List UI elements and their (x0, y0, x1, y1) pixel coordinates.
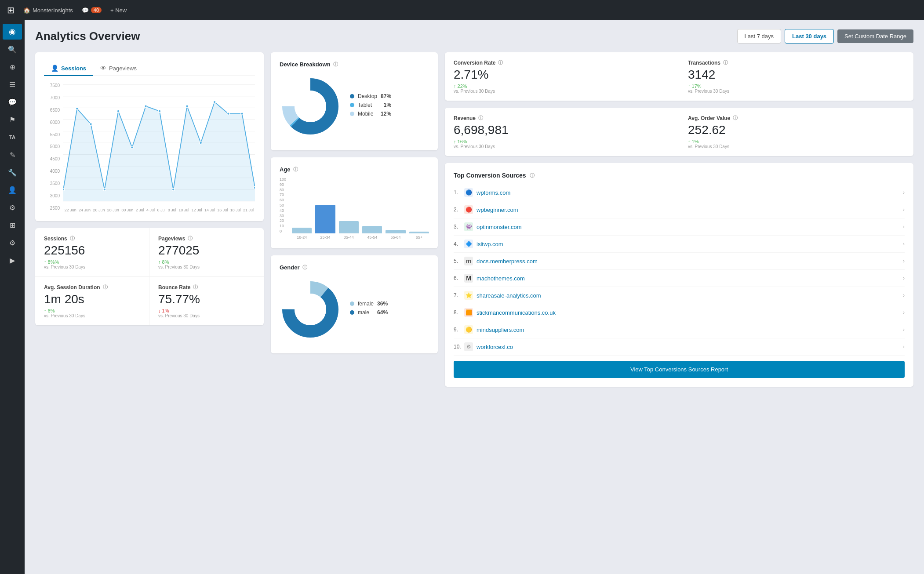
sidebar-item-add[interactable]: ⊕ (3, 59, 22, 75)
svg-point-18 (145, 105, 147, 108)
sidebar-item-ta[interactable]: TA (3, 129, 22, 145)
desktop-dot (350, 94, 354, 98)
source-item-1[interactable]: 1. 🔵 wpforms.com › (454, 184, 905, 201)
revenue-box: Revenue ⓘ 6,698,981 ↑ 16% vs. Previous 3… (445, 108, 679, 156)
source-item-10[interactable]: 10. ⚙ workforcexl.co › (454, 338, 905, 356)
sidebar-item-edit[interactable]: ✎ (3, 147, 22, 163)
avg-order-vs: vs. Previous 30 Days (688, 144, 905, 149)
sources-info-icon: ⓘ (530, 172, 535, 179)
sidebar-item-comments[interactable]: 💬 (3, 94, 22, 110)
date-buttons: Last 7 days Last 30 days Set Custom Date… (737, 29, 913, 44)
notifications-nav[interactable]: 💬 40 (82, 7, 102, 14)
sidebar-item-settings[interactable]: ⚙ (3, 235, 22, 251)
bounce-info-icon: ⓘ (193, 284, 198, 291)
source-item-4[interactable]: 4. 🔷 isitwp.com › (454, 236, 905, 253)
bounce-change: ↓ 1% (158, 308, 255, 313)
svg-point-30 (295, 91, 326, 122)
gender-card: Gender ⓘ (271, 255, 438, 353)
female-legend: female 36% (350, 301, 388, 307)
conversion-info-icon: ⓘ (498, 59, 503, 66)
source-item-3[interactable]: 3. 👾 optinmonster.com › (454, 218, 905, 236)
gender-legend: female 36% male 64% (350, 301, 388, 318)
chat-icon: 💬 (82, 7, 89, 14)
svg-point-33 (295, 294, 326, 325)
sidebar-item-search[interactable]: 🔍 (3, 41, 22, 57)
tab-pageviews[interactable]: 👁 Pageviews (93, 61, 144, 76)
pageviews-icon: 👁 (100, 65, 106, 72)
age-bar-35-44 (339, 221, 359, 233)
machothemes-icon: M (464, 274, 473, 283)
svg-point-12 (63, 188, 65, 191)
sidebar-item-user[interactable]: 👤 (3, 182, 22, 198)
device-breakdown-title: Device Breakdown (280, 61, 331, 68)
page-title: Analytics Overview (35, 29, 140, 43)
avg-session-info-icon: ⓘ (103, 284, 108, 291)
conversion-rate-box: Conversion Rate ⓘ 2.71% ↑ 22% vs. Previo… (445, 52, 679, 101)
sidebar-item-play[interactable]: ▶ (3, 252, 22, 268)
sessions-value: 225156 (44, 243, 140, 258)
sidebar-item-menu[interactable]: ☰ (3, 76, 22, 92)
desktop-legend: Desktop 87% (350, 93, 391, 99)
source-item-9[interactable]: 9. 🟡 mindsuppliers.com › (454, 321, 905, 338)
workforcexl-icon: ⚙ (464, 342, 473, 351)
new-label: + New (110, 7, 127, 14)
pageviews-vs: vs. Previous 30 Days (158, 265, 255, 269)
svg-point-25 (241, 113, 244, 115)
sessions-stat: Sessions ⓘ 225156 ↑ 8%% vs. Previous 30 … (35, 228, 149, 277)
home-icon: 🏠 (23, 7, 30, 14)
shareasale-icon: ⭐ (464, 291, 473, 300)
tab-sessions[interactable]: 👤 Sessions (44, 61, 93, 76)
avg-session-value: 1m 20s (44, 292, 140, 306)
tablet-dot (350, 103, 354, 107)
device-legend: Desktop 87% Tablet 1% Mobile (350, 93, 391, 120)
conversion-vs: vs. Previous 30 Days (454, 89, 670, 94)
chevron-down-icon: › (903, 309, 905, 316)
sidebar-item-flag[interactable]: ⚑ (3, 112, 22, 127)
bounce-value: 75.77% (158, 292, 255, 306)
source-item-8[interactable]: 8. 🟧 stickmancommunications.co.uk › (454, 304, 905, 321)
female-dot (350, 302, 354, 306)
svg-point-20 (172, 188, 175, 191)
source-item-6[interactable]: 6. M machothemes.com › (454, 270, 905, 287)
sidebar-item-dashboard[interactable]: ◉ (3, 24, 22, 40)
gender-title: Gender (280, 264, 300, 271)
age-bar-18-24 (292, 228, 312, 233)
last-7-days-btn[interactable]: Last 7 days (737, 29, 782, 44)
svg-point-22 (200, 142, 202, 144)
svg-marker-11 (63, 102, 255, 201)
source-item-5[interactable]: 5. m docs.memberpress.com › (454, 253, 905, 270)
pageviews-value: 277025 (158, 243, 255, 258)
wp-icon[interactable]: ⊞ (7, 5, 15, 15)
source-item-2[interactable]: 2. 🔴 wpbeginner.com › (454, 201, 905, 218)
age-bar-45-54 (362, 226, 382, 233)
svg-point-23 (213, 101, 216, 103)
notifications-badge: 40 (91, 7, 102, 13)
sidebar-item-wrench[interactable]: ⚙ (3, 200, 22, 215)
age-info-icon: ⓘ (293, 166, 298, 173)
svg-point-13 (76, 107, 78, 110)
new-nav[interactable]: + New (110, 7, 127, 14)
navbar: ⊞ 🏠 MonsterInsights 💬 40 + New (0, 0, 924, 20)
age-title: Age (280, 166, 291, 173)
revenue-vs: vs. Previous 30 Days (454, 144, 670, 149)
chevron-down-icon: › (903, 344, 905, 350)
right-column: Conversion Rate ⓘ 2.71% ↑ 22% vs. Previo… (445, 52, 913, 387)
source-item-7[interactable]: 7. ⭐ shareasale-analytics.com › (454, 287, 905, 304)
svg-point-16 (117, 110, 120, 113)
avg-order-value: 252.62 (688, 123, 905, 137)
chevron-down-icon: › (903, 241, 905, 247)
revenue-info-icon: ⓘ (478, 115, 483, 121)
custom-date-btn[interactable]: Set Custom Date Range (837, 29, 913, 43)
wpbeginner-icon: 🔴 (464, 205, 473, 214)
view-report-button[interactable]: View Top Conversions Sources Report (454, 361, 905, 378)
last-30-days-btn[interactable]: Last 30 days (785, 29, 834, 44)
chevron-down-icon: › (903, 189, 905, 196)
revenue-value: 6,698,981 (454, 123, 670, 137)
male-legend: male 64% (350, 309, 388, 316)
sessions-info-icon: ⓘ (70, 235, 75, 242)
sidebar-item-tools[interactable]: 🔧 (3, 164, 22, 180)
sessions-line-chart (63, 81, 255, 204)
sidebar-item-plugins[interactable]: ⊞ (3, 217, 22, 233)
site-name-nav[interactable]: 🏠 MonsterInsights (23, 7, 73, 14)
chevron-down-icon: › (903, 207, 905, 213)
